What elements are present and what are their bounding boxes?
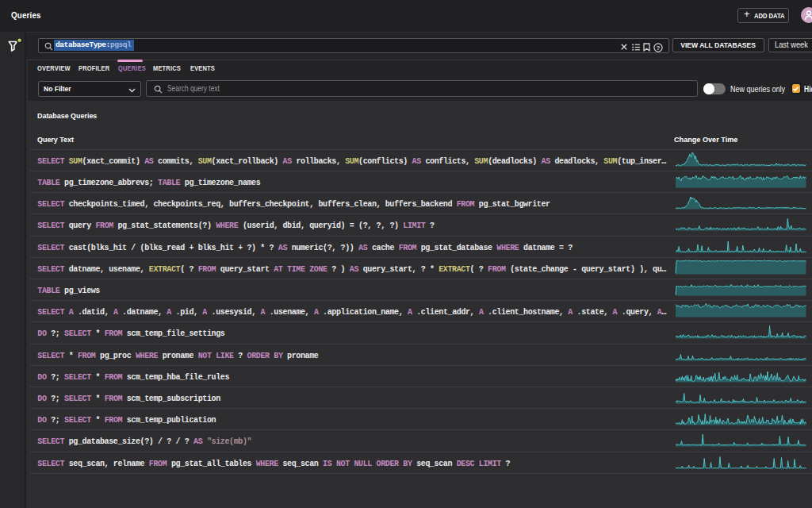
svg-text:?: ? [657,44,661,52]
